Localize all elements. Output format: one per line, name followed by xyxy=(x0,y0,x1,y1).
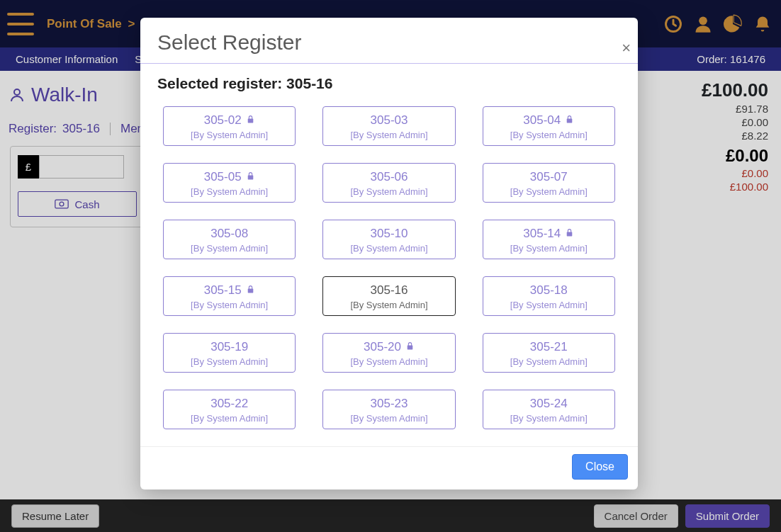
register-opened-by: [By System Admin] xyxy=(191,413,268,424)
payment-cell: £ Cash xyxy=(10,146,145,227)
register-name: 305-02 xyxy=(204,113,255,128)
modal-header: Select Register × xyxy=(140,18,638,64)
cash-icon xyxy=(55,199,69,209)
user-icon[interactable] xyxy=(693,14,713,34)
due-2: £100.00 xyxy=(702,181,768,193)
register-option[interactable]: 305-03[By System Admin] xyxy=(322,106,455,146)
submit-order-button[interactable]: Submit Order xyxy=(685,504,770,528)
register-opened-by: [By System Admin] xyxy=(350,300,427,310)
register-opened-by: [By System Admin] xyxy=(510,300,588,310)
customer-icon xyxy=(9,86,26,103)
lock-icon xyxy=(246,283,255,298)
register-option[interactable]: 305-15[By System Admin] xyxy=(163,276,296,316)
breadcrumb-root[interactable]: Point Of Sale xyxy=(47,17,122,30)
register-option[interactable]: 305-10[By System Admin] xyxy=(322,220,455,259)
due-1: £0.00 xyxy=(702,167,768,179)
selected-value: 305-16 xyxy=(286,75,332,91)
subtotal-3: £8.22 xyxy=(702,130,768,142)
cash-button[interactable]: Cash xyxy=(18,191,137,217)
cash-label: Cash xyxy=(74,198,99,210)
register-opened-by: [By System Admin] xyxy=(510,243,588,254)
subbar-tab-customer[interactable]: Customer Information xyxy=(16,53,118,65)
register-option[interactable]: 305-21[By System Admin] xyxy=(483,333,615,373)
total-amount: £100.00 xyxy=(702,79,768,101)
register-name: 305-21 xyxy=(530,340,568,354)
register-opened-by: [By System Admin] xyxy=(191,243,268,254)
resume-later-button[interactable]: Resume Later xyxy=(11,504,99,528)
register-opened-by: [By System Admin] xyxy=(350,243,427,254)
register-option[interactable]: 305-19[By System Admin] xyxy=(163,333,296,373)
breadcrumb-sep: > xyxy=(128,17,135,30)
pie-chart-icon[interactable] xyxy=(723,14,743,34)
register-name: 305-20 xyxy=(364,340,415,354)
modal-title: Select Register xyxy=(157,30,621,55)
register-option[interactable]: 305-23[By System Admin] xyxy=(322,390,455,429)
lock-icon xyxy=(565,227,574,241)
register-option[interactable]: 305-06[By System Admin] xyxy=(322,163,455,203)
register-opened-by: [By System Admin] xyxy=(350,356,427,367)
register-option[interactable]: 305-02[By System Admin] xyxy=(163,106,296,146)
register-option[interactable]: 305-20[By System Admin] xyxy=(322,333,455,373)
modal-footer: Close xyxy=(140,446,638,489)
register-label: Register: xyxy=(9,122,57,136)
register-grid: 305-02[By System Admin]305-03[By System … xyxy=(157,106,621,429)
register-opened-by: [By System Admin] xyxy=(350,130,427,140)
register-name: 305-07 xyxy=(530,170,568,184)
lock-icon xyxy=(565,113,574,128)
close-button[interactable]: Close xyxy=(572,454,628,480)
register-opened-by: [By System Admin] xyxy=(191,356,268,367)
customer-name-text: Walk-In xyxy=(31,84,98,106)
register-option[interactable]: 305-16[By System Admin] xyxy=(322,276,455,316)
register-name: 305-22 xyxy=(210,397,248,411)
register-name: 305-06 xyxy=(371,170,408,184)
cancel-order-button[interactable]: Cancel Order xyxy=(594,504,678,528)
bell-icon[interactable] xyxy=(753,14,772,34)
register-name: 305-10 xyxy=(371,227,408,241)
register-name: 305-04 xyxy=(523,113,574,128)
register-opened-by: [By System Admin] xyxy=(510,186,588,197)
register-option[interactable]: 305-05[By System Admin] xyxy=(163,163,296,203)
register-option[interactable]: 305-22[By System Admin] xyxy=(163,390,296,429)
amount-input[interactable] xyxy=(39,155,124,179)
selected-prefix: Selected register: xyxy=(157,75,286,91)
clock-icon[interactable] xyxy=(663,14,683,34)
svg-point-1 xyxy=(699,16,707,25)
register-name: 305-19 xyxy=(210,340,248,354)
modal-body[interactable]: Selected register: 305-16 305-02[By Syst… xyxy=(140,64,638,446)
lock-icon xyxy=(405,340,415,354)
svg-point-4 xyxy=(60,202,64,206)
select-register-modal: Select Register × Selected register: 305… xyxy=(140,18,638,489)
register-option[interactable]: 305-07[By System Admin] xyxy=(483,163,615,203)
register-option[interactable]: 305-18[By System Admin] xyxy=(483,276,615,316)
amount-input-group: £ xyxy=(18,155,137,179)
divider xyxy=(110,123,111,135)
subtotal-2: £0.00 xyxy=(702,116,768,128)
order-totals: £100.00 £91.78 £0.00 £8.22 £0.00 £0.00 £… xyxy=(702,79,768,193)
register-option[interactable]: 305-14[By System Admin] xyxy=(483,220,615,259)
register-value[interactable]: 305-16 xyxy=(62,122,100,136)
register-opened-by: [By System Admin] xyxy=(191,186,268,197)
register-name: 305-23 xyxy=(371,397,408,411)
register-name: 305-16 xyxy=(371,283,408,298)
register-opened-by: [By System Admin] xyxy=(191,300,268,310)
order-number: Order: 161476 xyxy=(697,53,765,65)
svg-point-2 xyxy=(14,89,20,95)
menu-toggle[interactable] xyxy=(7,13,34,35)
subtotal-1: £91.78 xyxy=(702,103,768,115)
register-option[interactable]: 305-08[By System Admin] xyxy=(163,220,296,259)
register-opened-by: [By System Admin] xyxy=(350,186,427,197)
svg-rect-3 xyxy=(55,200,68,208)
close-icon[interactable]: × xyxy=(622,39,631,57)
header-icons xyxy=(663,14,772,34)
register-option[interactable]: 305-04[By System Admin] xyxy=(483,106,615,146)
register-name: 305-05 xyxy=(204,170,255,184)
register-name: 305-14 xyxy=(523,227,574,241)
register-option[interactable]: 305-24[By System Admin] xyxy=(483,390,615,429)
register-opened-by: [By System Admin] xyxy=(350,413,427,424)
lock-icon xyxy=(246,113,255,128)
paid-amount: £0.00 xyxy=(702,146,768,166)
register-opened-by: [By System Admin] xyxy=(191,130,268,140)
register-name: 305-15 xyxy=(204,283,255,298)
register-name: 305-08 xyxy=(210,227,248,241)
customer-name: Walk-In xyxy=(9,84,98,106)
